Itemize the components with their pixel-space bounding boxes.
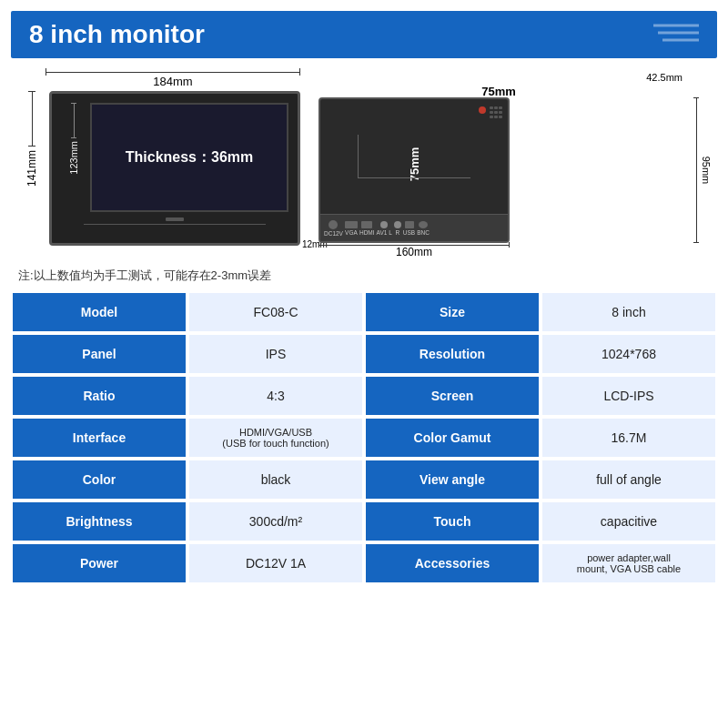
spec-label-12: Power	[11, 542, 187, 584]
back-monitor-diagram: 42.5mm 75mm 12mm	[318, 72, 710, 258]
port-hdmi: HDMI	[359, 221, 375, 236]
header-bar: 8 inch monitor	[11, 11, 717, 58]
port-dc12v: DC12V	[324, 220, 343, 237]
back-height-dim: 95mm	[701, 157, 712, 185]
monitor-front-body: 123mm Thickness：36mm	[49, 91, 300, 246]
spec-value-6: HDMI/VGA/USB (USB for touch function)	[187, 417, 364, 459]
spec-value-2: IPS	[187, 333, 364, 375]
port-usb: USB	[403, 221, 415, 236]
back-top-dim: 42.5mm	[646, 72, 682, 83]
decoration-icon	[653, 21, 699, 48]
spec-label-0: Model	[11, 291, 187, 333]
port-r: R	[394, 221, 401, 236]
spec-label-10: Brightness	[11, 500, 187, 542]
spec-label-6: Interface	[11, 417, 187, 459]
spec-value-9: full of angle	[541, 459, 717, 500]
thickness-label: Thickness：36mm	[126, 148, 254, 167]
specs-table: ModelFC08-CSize8 inchPanelIPSResolution1…	[11, 291, 717, 584]
spec-label-13: Accessories	[364, 542, 541, 584]
spec-label-2: Panel	[11, 333, 187, 375]
front-height-dim: 141mm	[25, 147, 38, 190]
back-vesa-h: 75mm	[481, 85, 516, 98]
spec-value-13: power adapter,wall mount, VGA USB cable	[541, 542, 717, 584]
spec-value-4: 4:3	[187, 375, 364, 417]
port-vga: VGA	[345, 221, 358, 236]
spec-label-5: Screen	[364, 375, 541, 417]
port-bnc: BNC	[417, 221, 430, 236]
spec-value-1: 8 inch	[541, 291, 717, 333]
spec-value-10: 300cd/m²	[187, 500, 364, 542]
spec-value-0: FC08-C	[187, 291, 364, 333]
spec-value-8: black	[187, 459, 364, 500]
spec-value-11: capacitive	[541, 500, 717, 542]
spec-value-12: DC12V 1A	[187, 542, 364, 584]
front-width-dim: 184mm	[18, 75, 300, 88]
spec-value-3: 1024*768	[541, 333, 717, 375]
spec-label-1: Size	[364, 291, 541, 333]
spec-label-11: Touch	[364, 500, 541, 542]
page-title: 8 inch monitor	[29, 20, 205, 49]
measurement-note: 注:以上数值均为手工测试，可能存在2-3mm误差	[0, 263, 728, 291]
spec-label-4: Ratio	[11, 375, 187, 417]
screen-height-dim: 123mm	[68, 138, 79, 177]
spec-value-5: LCD-IPS	[541, 375, 717, 417]
spec-value-7: 16.7M	[541, 417, 717, 459]
port-av1l: AV1 L	[377, 221, 392, 236]
vesa-v-label: 75mm	[408, 136, 421, 181]
back-bottom-dim: 160mm	[318, 246, 510, 258]
spec-label-8: Color	[11, 459, 187, 500]
spec-label-7: Color Gamut	[364, 417, 541, 459]
front-monitor-diagram: 184mm 141mm	[18, 72, 300, 246]
diagram-section: 184mm 141mm	[0, 58, 728, 263]
spec-label-9: View angle	[364, 459, 541, 500]
spec-label-3: Resolution	[364, 333, 541, 375]
